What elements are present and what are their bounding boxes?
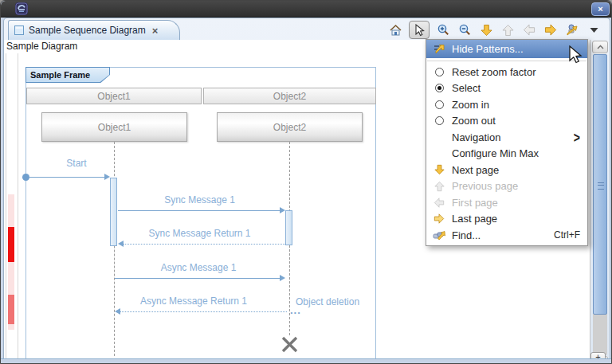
hide-patterns-icon xyxy=(432,43,446,56)
frame-label-inner: Sample Frame xyxy=(26,68,109,82)
sequence-frame xyxy=(26,67,376,359)
message-label-async1[interactable]: Async Message 1 xyxy=(115,262,282,273)
arrowhead xyxy=(118,241,124,247)
object-box-object1[interactable]: Object1 xyxy=(41,112,187,142)
next-page-icon xyxy=(481,24,492,37)
message-label-start[interactable]: Start xyxy=(41,158,112,169)
view-toolbar xyxy=(387,20,602,40)
menu-item-label: Navigation xyxy=(452,131,500,143)
editor-tab-icon xyxy=(14,25,24,35)
context-menu: Hide Patterns... Reset zoom factor Selec… xyxy=(426,39,588,246)
message-label-sync1[interactable]: Sync Message 1 xyxy=(118,194,281,205)
hide-patterns-icon xyxy=(565,23,579,37)
chevron-up-icon xyxy=(597,45,604,49)
tab-sample-sequence-diagram[interactable]: Sample Sequence Diagram × xyxy=(8,20,180,40)
menu-item-label: Previous page xyxy=(452,180,518,192)
object-box-object2[interactable]: Object2 xyxy=(217,112,363,142)
last-page-icon xyxy=(544,24,557,36)
hide-patterns-button[interactable] xyxy=(564,22,580,38)
mouse-cursor-icon xyxy=(568,45,584,66)
lifeline-hidden-ellipsis: ... xyxy=(290,304,301,316)
radio-icon xyxy=(432,65,446,78)
zoom-in-button[interactable] xyxy=(435,22,451,38)
arrowhead xyxy=(280,275,285,281)
right-arrow-icon xyxy=(432,213,446,225)
lifeline-header-object1[interactable]: Object1 xyxy=(26,88,202,104)
scrollbar-thumb[interactable] xyxy=(593,54,607,315)
lifeline-object1[interactable] xyxy=(114,142,115,356)
tab-close-icon[interactable]: × xyxy=(152,25,159,36)
last-page-button[interactable] xyxy=(543,22,559,38)
menu-item-label: First page xyxy=(452,197,498,209)
find-icon xyxy=(432,229,446,241)
title-bar[interactable]: × xyxy=(1,1,612,18)
object-box-label: Object2 xyxy=(273,122,306,133)
menu-item-configure-min-max[interactable]: Configure Min Max xyxy=(426,146,587,162)
menu-item-first-page[interactable]: First page xyxy=(426,194,587,211)
object-deletion-label[interactable]: Object deletion xyxy=(296,296,383,307)
menu-item-zoom-out[interactable]: Zoom out xyxy=(426,113,587,130)
empty-icon-slot xyxy=(432,131,446,143)
message-line-sync1[interactable] xyxy=(118,210,280,211)
menu-item-label: Select xyxy=(452,82,481,94)
home-icon xyxy=(389,24,402,37)
first-page-button[interactable] xyxy=(521,22,537,38)
radio-icon xyxy=(432,98,446,111)
application-window: × Sample Sequence Diagram × xyxy=(0,0,612,364)
next-page-button[interactable] xyxy=(478,22,494,38)
menu-item-label: Configure Min Max xyxy=(452,147,539,159)
menu-item-label: Zoom in xyxy=(452,99,489,111)
arrowhead xyxy=(280,207,285,213)
close-icon: × xyxy=(598,5,602,14)
lifeline-header-object2[interactable]: Object2 xyxy=(203,88,376,104)
object-deletion-cross-icon[interactable] xyxy=(280,335,299,354)
menu-item-hide-patterns[interactable]: Hide Patterns... xyxy=(426,40,587,58)
marker-salmon[interactable] xyxy=(8,295,14,324)
menu-item-zoom-in[interactable]: Zoom in xyxy=(426,96,587,113)
select-cursor-icon xyxy=(414,24,425,37)
message-line-async1-return[interactable] xyxy=(116,311,287,312)
zoom-out-button[interactable] xyxy=(457,22,473,38)
activation-bar-object1[interactable] xyxy=(110,178,117,246)
menu-item-label: Next page xyxy=(452,164,499,176)
lifeline-header-label: Object2 xyxy=(273,91,306,102)
menu-item-navigation[interactable]: Navigation > xyxy=(426,129,587,146)
select-tool-button[interactable] xyxy=(409,21,430,39)
vertical-scrollbar[interactable] xyxy=(592,41,609,364)
menu-item-last-page[interactable]: Last page xyxy=(426,211,587,228)
up-arrow-icon xyxy=(432,180,446,193)
window-close-button[interactable]: × xyxy=(591,2,610,16)
menu-item-next-page[interactable]: Next page xyxy=(426,162,587,178)
message-line-sync1-return[interactable] xyxy=(120,244,285,245)
menu-shortcut: Ctrl+F xyxy=(554,229,580,241)
activation-bar-object2[interactable] xyxy=(285,210,292,245)
menu-item-label: Last page xyxy=(452,213,497,225)
message-label-async1-return[interactable]: Async Message Return 1 xyxy=(106,296,281,307)
menu-item-previous-page[interactable]: Previous page xyxy=(426,178,587,195)
menu-item-label: Hide Patterns... xyxy=(452,43,524,55)
marker-red[interactable] xyxy=(8,227,14,262)
arrowhead xyxy=(115,308,120,315)
previous-page-button[interactable] xyxy=(500,22,516,38)
home-button[interactable] xyxy=(387,22,403,38)
radio-checked-icon xyxy=(432,82,446,95)
object-box-label: Object1 xyxy=(98,122,131,133)
arrowhead xyxy=(104,174,110,180)
eclipse-app-icon xyxy=(15,2,28,15)
frame-label: Sample Frame xyxy=(26,70,90,80)
view-menu-button[interactable] xyxy=(586,22,602,38)
empty-icon-slot xyxy=(432,147,446,160)
left-arrow-icon xyxy=(432,196,446,209)
scroll-up-button[interactable] xyxy=(592,41,608,53)
message-label-sync1-return[interactable]: Sync Message Return 1 xyxy=(118,228,281,239)
message-line-start[interactable] xyxy=(29,177,108,178)
menu-item-reset-zoom-factor[interactable]: Reset zoom factor xyxy=(426,64,587,80)
message-line-async1[interactable] xyxy=(115,278,284,279)
menu-item-find[interactable]: Find... Ctrl+F xyxy=(426,227,587,244)
tab-label: Sample Sequence Diagram xyxy=(29,25,146,36)
menu-item-label: Reset zoom factor xyxy=(452,66,536,78)
menu-item-select[interactable]: Select xyxy=(426,80,587,97)
window-bottom-frame xyxy=(1,358,612,364)
first-page-icon xyxy=(523,24,536,36)
scrollbar-track[interactable] xyxy=(593,54,607,355)
